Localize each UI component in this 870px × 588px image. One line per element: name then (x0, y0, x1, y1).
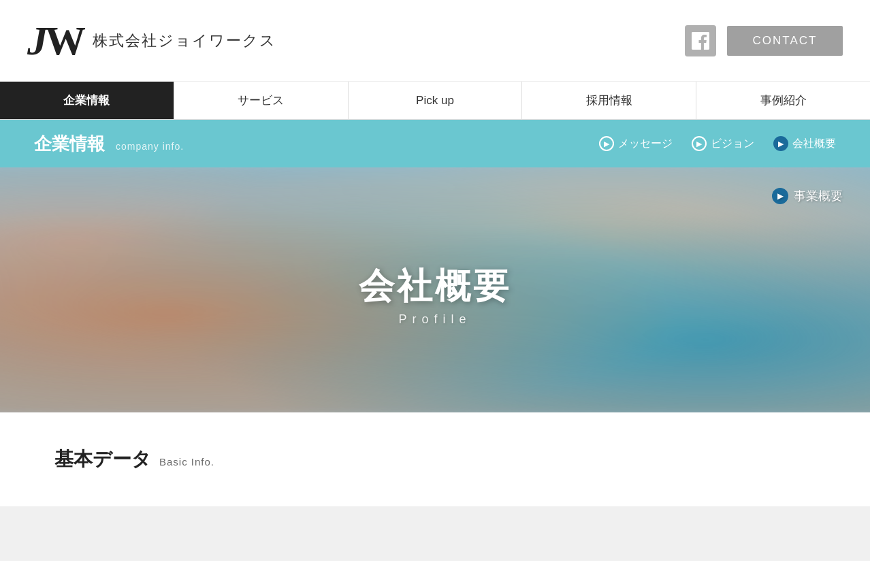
nav-item-recruitment[interactable]: 採用情報 (522, 82, 696, 119)
hero-side-link[interactable]: ▶ 事業概要 (772, 188, 843, 204)
breadcrumb-link-vision[interactable]: ▶ ビジョン (692, 136, 754, 151)
breadcrumb-link-profile[interactable]: ▶ 会社概要 (773, 136, 836, 151)
footer-gray-area (0, 506, 870, 561)
nav-item-company[interactable]: 企業情報 (0, 82, 174, 119)
arrow-circle-icon: ▶ (773, 136, 788, 151)
breadcrumb-title-en: company info. (116, 141, 184, 152)
arrow-circle-icon: ▶ (599, 136, 614, 151)
breadcrumb-link-message[interactable]: ▶ メッセージ (599, 136, 673, 151)
main-nav: 企業情報 サービス Pick up 採用情報 事例紹介 (0, 82, 870, 120)
nav-item-pickup[interactable]: Pick up (349, 82, 523, 119)
facebook-button[interactable] (685, 25, 716, 56)
arrow-circle-icon: ▶ (692, 136, 707, 151)
breadcrumb-banner: 企業情報 company info. ▶ メッセージ ▶ ビジョン ▶ 会社概要 (0, 120, 870, 167)
header: JW 株式会社ジョイワークス CONTACT (0, 0, 870, 82)
breadcrumb-link-label: 会社概要 (792, 137, 836, 151)
contact-button[interactable]: CONTACT (727, 26, 843, 56)
section-heading: 基本データ Basic Info. (54, 446, 816, 472)
hero-side-link-label: 事業概要 (794, 188, 843, 204)
section-title-jp: 基本データ (54, 446, 151, 472)
header-right: CONTACT (685, 25, 843, 56)
side-link-arrow-icon: ▶ (772, 188, 788, 204)
breadcrumb-link-label: メッセージ (618, 137, 673, 151)
hero-title-jp: 会社概要 (359, 267, 511, 306)
section-title-en: Basic Info. (159, 456, 214, 468)
breadcrumb-right: ▶ メッセージ ▶ ビジョン ▶ 会社概要 (599, 136, 836, 151)
breadcrumb-link-label: ビジョン (711, 137, 754, 151)
hero-section: ▶ 事業概要 会社概要 Profile (0, 167, 870, 412)
breadcrumb-title-jp: 企業情報 (34, 132, 105, 156)
hero-title-en: Profile (359, 312, 511, 327)
logo-icon: JW (27, 20, 83, 61)
breadcrumb-left: 企業情報 company info. (34, 132, 184, 156)
company-name: 株式会社ジョイワークス (93, 31, 276, 51)
logo-area: JW 株式会社ジョイワークス (27, 20, 276, 61)
basic-data-section: 基本データ Basic Info. (0, 412, 870, 493)
hero-content: 会社概要 Profile (359, 267, 511, 327)
nav-item-cases[interactable]: 事例紹介 (696, 82, 870, 119)
nav-item-service[interactable]: サービス (174, 82, 349, 119)
